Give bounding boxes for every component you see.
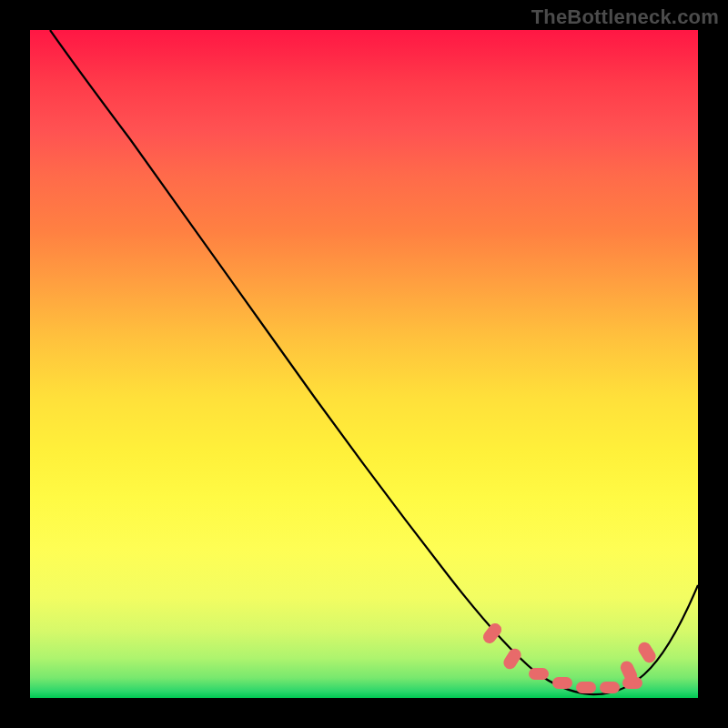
svg-rect-4 <box>576 682 596 693</box>
svg-rect-5 <box>600 682 620 693</box>
svg-rect-2 <box>529 668 549 680</box>
svg-rect-0 <box>480 621 504 646</box>
svg-rect-8 <box>636 640 659 665</box>
plot-area <box>30 30 698 698</box>
svg-rect-3 <box>552 677 572 689</box>
watermark-text: TheBottleneck.com <box>531 5 719 29</box>
bottleneck-curve <box>50 30 698 694</box>
chart-frame: TheBottleneck.com <box>0 0 728 728</box>
optimal-range-markers <box>480 621 658 693</box>
chart-svg <box>30 30 698 698</box>
